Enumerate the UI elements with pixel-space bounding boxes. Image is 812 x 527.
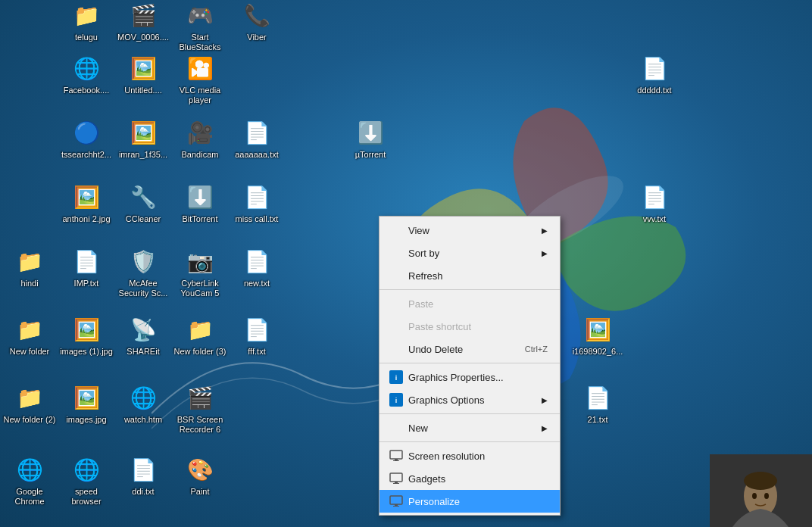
desktop-icon-images1[interactable]: 🖼️ images (1).jpg [59,314,114,357]
desktop-icon-bluestacks[interactable]: 🎮 Start BlueStacks [173,0,227,52]
desktop-icon-vlc[interactable]: 🎦 VLC media player [173,53,227,105]
menu-item-view[interactable]: View ▶ [379,219,560,242]
menu-item-paste: Paste [379,292,560,315]
svg-rect-5 [390,451,402,459]
icon-label-anthoni2: anthoni 2.jpg [63,214,111,224]
icon-label-googlechrome: Google Chrome [2,487,57,507]
icon-image-bittorrent: ⬇️ [185,182,215,212]
desktop-icon-newtxt[interactable]: 📄 new.txt [230,246,284,288]
desktop-icon-hindi[interactable]: 📁 hindi [2,246,57,288]
context-menu[interactable]: View ▶ Sort by ▶ Refresh Paste Paste sho… [379,216,561,516]
svg-rect-7 [393,460,399,461]
menu-item-graphics_properties[interactable]: i Graphics Properties... [379,366,560,388]
desktop-icon-paint[interactable]: 🎨 Paint [173,454,227,497]
webcam-silhouette-svg [710,454,812,527]
icon-label-hindi: hindi [20,279,38,288]
menu-item-label-view: View [408,225,429,236]
icon-image-mcafee: 🛡️ [128,246,158,276]
icon-image-vlc: 🎦 [185,53,215,83]
desktop-icon-googlechrome[interactable]: 🌐 Google Chrome [2,454,57,507]
desktop-icon-mov0006[interactable]: 🎬 MOV_0006.... [116,0,170,42]
desktop-icon-misscall[interactable]: 📄 miss call.txt [230,182,284,224]
desktop-icon-telugu[interactable]: 📁 telugu [59,0,114,42]
desktop-icon-facebook[interactable]: 🌐 Facebook.... [59,53,114,95]
icon-label-untitled: Untitled.... [124,86,162,95]
desktop-icon-speedbrowser[interactable]: 🌐 speed browser [59,454,114,507]
desktop-icon-ccleaner[interactable]: 🔧 CCleaner [116,182,170,224]
menu-item-undo_delete[interactable]: Undo Delete Ctrl+Z [379,338,560,360]
icon-label-images: images.jpg [66,415,106,425]
desktop-icon-mcafee[interactable]: 🛡️ McAfee Security Sc... [116,246,170,298]
icon-label-bandicam: Bandicam [182,150,219,160]
desktop-icon-newfolder3[interactable]: 📁 New folder (3) [173,314,227,357]
icon-label-bluestacks: Start BlueStacks [173,33,227,52]
menu-item-new[interactable]: New ▶ [379,416,560,439]
desktop-icon-fffxt[interactable]: 📄 fff.txt [230,314,284,357]
intel-icon: i [389,370,404,385]
submenu-arrow: ▶ [542,226,548,235]
desktop-icon-watchhtm[interactable]: 🌐 watch.htm [116,382,170,425]
menu-item-refresh[interactable]: Refresh [379,264,560,287]
desktop-icon-aaaaaaa[interactable]: 📄 aaaaaaa.txt [230,117,284,160]
desktop-icon-21txt[interactable]: 📄 21.txt [570,382,625,425]
icon-image-watchhtm: 🌐 [128,382,158,413]
menu-item-label-graphics_properties: Graphics Properties... [408,372,504,383]
icon-image-images1: 🖼️ [71,314,102,345]
icon-image-utorrent: ⬇️ [355,117,386,148]
menu-item-sort_by[interactable]: Sort by ▶ [379,242,560,264]
desktop-icon-bandicam[interactable]: 🎥 Bandicam [173,117,227,160]
submenu-arrow: ▶ [542,424,548,432]
icon-image-newfolder2: 📁 [14,382,45,413]
desktop-icon-anthoni2[interactable]: 🖼️ anthoni 2.jpg [59,182,114,224]
desktop-icon-shareit[interactable]: 📡 SHAREit [116,314,170,357]
menu-item-personalize[interactable]: Personalize [379,490,560,513]
desktop-icon-dditxt[interactable]: 📄 ddi.txt [116,454,170,497]
icon-label-utorrent: µTorrent [355,150,386,160]
svg-text:i: i [395,397,398,404]
desktop-icon-bittorrent[interactable]: ⬇️ BitTorrent [173,182,227,224]
icon-label-newfolder2: New folder (2) [3,415,55,425]
desktop-icon-newfolder2[interactable]: 📁 New folder (2) [2,382,57,425]
icon-image-googlechrome: 🌐 [14,454,45,485]
menu-item-label-paste_shortcut: Paste shortcut [408,321,471,332]
icon-image-mov0006: 🎬 [128,0,158,30]
desktop-icon-utorrent[interactable]: ⬇️ µTorrent [343,117,398,160]
icon-label-viber: Viber [247,33,266,42]
desktop-icon-i1698902[interactable]: 🖼️ i1698902_6... [570,314,625,357]
empty-icon [389,341,404,357]
desktop-icon-tssearch[interactable]: 🔵 tssearchht2... [59,117,114,160]
svg-rect-8 [390,473,402,482]
menu-item-gadgets[interactable]: Gadgets [379,467,560,490]
icon-label-21txt: 21.txt [588,415,608,425]
desktop-icon-viber[interactable]: 📞 Viber [230,0,284,42]
icon-label-mov0006: MOV_0006.... [117,33,169,42]
desktop-icon-cyberlink[interactable]: 📷 CyberLink YouCam 5 [173,246,227,298]
icon-label-speedbrowser: speed browser [59,487,114,507]
menu-item-left-graphics_options: i Graphics Options [389,392,484,407]
icon-image-untitled: 🖼️ [128,53,158,83]
desktop-icon-imp[interactable]: 📄 IMP.txt [59,246,114,288]
icon-label-newfolder: New folder [10,347,50,357]
icon-image-shareit: 📡 [128,314,158,345]
desktop-icon-vvv[interactable]: 📄 vvv.txt [627,182,682,224]
icon-image-21txt: 📄 [582,382,613,413]
desktop-icon-untitled[interactable]: 🖼️ Untitled.... [116,53,170,95]
icon-image-hindi: 📁 [14,246,45,276]
icon-label-paint: Paint [190,487,209,497]
icon-label-mcafee: McAfee Security Sc... [116,279,170,298]
desktop-icon-ddddd[interactable]: 📄 ddddd.txt [627,53,682,95]
icon-image-facebook: 🌐 [71,53,102,83]
desktop-icon-bsrscreen[interactable]: 🎬 BSR Screen Recorder 6 [173,382,227,435]
desktop-icon-newfolder[interactable]: 📁 New folder [2,314,57,357]
menu-item-screen_resolution[interactable]: Screen resolution [379,444,560,467]
empty-icon [389,245,404,260]
desktop-icon-imran[interactable]: 🖼️ imran_1f35... [116,117,170,160]
icon-image-viber: 📞 [242,0,272,30]
menu-item-right-undo_delete: Ctrl+Z [525,345,548,354]
desktop-icon-images[interactable]: 🖼️ images.jpg [59,382,114,425]
menu-item-left-view: View [389,223,429,238]
menu-item-graphics_options[interactable]: i Graphics Options ▶ [379,388,560,411]
icon-label-watchhtm: watch.htm [124,415,162,425]
icon-image-bluestacks: 🎮 [185,0,215,30]
icon-image-bsrscreen: 🎬 [185,382,215,413]
